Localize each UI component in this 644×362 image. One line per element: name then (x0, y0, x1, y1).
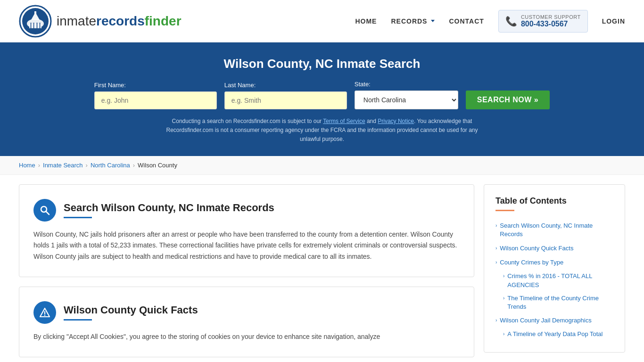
logo-text-end: finder (145, 14, 182, 28)
logo[interactable]: inmaterecordsfinder (19, 5, 182, 38)
alert-icon (39, 307, 50, 318)
svg-rect-9 (39, 23, 41, 28)
section2-header: Wilson County Quick Facts (33, 301, 460, 324)
svg-point-15 (44, 315, 45, 316)
state-group: State: North Carolina (355, 81, 458, 109)
toc-sub-item-2-label: The Timeline of the County Crime Trends (507, 294, 613, 311)
hero-title: Wilson County, NC Inmate Search (19, 57, 625, 71)
toc-underline (495, 210, 514, 211)
breadcrumb-state[interactable]: North Carolina (91, 162, 130, 169)
section2-body: By clicking "Accept All Cookies", you ag… (33, 331, 460, 343)
toc-title: Table of Contents (495, 196, 613, 206)
toc-chevron-4: › (495, 317, 497, 324)
toc-sub-item-3-label: A Timeline of Yearly Data Pop Total (507, 330, 603, 338)
toc-sub-item-1[interactable]: › Crimes % in 2016 - TOTAL ALL AGENCIES (495, 270, 613, 291)
toc-chevron-3: › (495, 259, 497, 266)
svg-rect-7 (33, 23, 34, 28)
hero-disclaimer: Conducting a search on Recordsfinder.com… (157, 117, 487, 144)
search-icon-circle (33, 199, 56, 222)
breadcrumb-inmate-search[interactable]: Inmate Search (43, 162, 83, 169)
toc-item-2[interactable]: › Wilson County Quick Facts (495, 241, 613, 255)
last-name-label: Last Name: (224, 82, 256, 89)
sidebar: Table of Contents › Search Wilson County… (484, 184, 625, 362)
svg-rect-5 (34, 11, 36, 14)
nav-records-label: RECORDS (391, 17, 427, 25)
tos-link[interactable]: Terms of Service (323, 118, 365, 124)
toc-item-3[interactable]: › County Crimes by Type (495, 255, 613, 270)
toc-sub-item-2[interactable]: › The Timeline of the County Crime Trend… (495, 292, 613, 313)
support-label: CUSTOMER SUPPORT (521, 14, 581, 20)
toc-sub-chevron-1: › (503, 273, 504, 280)
login-button[interactable]: LOGIN (602, 17, 625, 25)
main-nav: HOME RECORDS CONTACT 📞 CUSTOMER SUPPORT … (355, 10, 625, 33)
breadcrumb: Home › Inmate Search › North Carolina › … (0, 156, 644, 175)
last-name-group: Last Name: (224, 82, 347, 109)
search-button[interactable]: SEARCH NOW » (466, 90, 550, 109)
toc-chevron-1: › (495, 222, 497, 229)
toc-sub-item-1-label: Crimes % in 2016 - TOTAL ALL AGENCIES (507, 272, 613, 289)
alert-icon-circle (33, 301, 56, 324)
logo-icon (19, 5, 52, 38)
nav-records[interactable]: RECORDS (391, 17, 435, 25)
section2-title: Wilson County Quick Facts (64, 304, 198, 316)
section1-title: Search Wilson County, NC Inmate Records (64, 202, 274, 214)
toc-sub-chevron-2: › (503, 295, 504, 302)
breadcrumb-home[interactable]: Home (19, 162, 35, 169)
first-name-group: First Name: (94, 82, 217, 109)
svg-rect-6 (30, 23, 32, 28)
toc-item-1-label: Search Wilson County, NC Inmate Records (500, 222, 613, 239)
toc-sub-item-3[interactable]: › A Timeline of Yearly Data Pop Total (495, 328, 613, 341)
first-name-input[interactable] (94, 91, 217, 109)
toc-item-2-label: Wilson County Quick Facts (500, 244, 573, 253)
section1-underline (64, 217, 92, 218)
toc-item-1[interactable]: › Search Wilson County, NC Inmate Record… (495, 219, 613, 241)
toc-item-4[interactable]: › Wilson County Jail Demographics (495, 313, 613, 328)
breadcrumb-sep-2: › (86, 162, 88, 169)
content-left: Search Wilson County, NC Inmate Records … (19, 184, 474, 362)
section1-body: Wilson County, NC jails hold prisoners a… (33, 229, 460, 263)
support-number: 800-433-0567 (521, 20, 581, 28)
nav-home[interactable]: HOME (355, 17, 377, 25)
state-select[interactable]: North Carolina (355, 90, 458, 109)
quick-facts-section: Wilson County Quick Facts By clicking "A… (19, 287, 474, 357)
toc-box: Table of Contents › Search Wilson County… (484, 184, 625, 353)
support-box[interactable]: 📞 CUSTOMER SUPPORT 800-433-0567 (498, 10, 588, 33)
search-icon (39, 205, 50, 216)
state-label: State: (355, 81, 371, 88)
svg-line-12 (46, 211, 50, 214)
breadcrumb-sep-1: › (38, 162, 40, 169)
inmate-records-section: Search Wilson County, NC Inmate Records … (19, 184, 474, 277)
logo-text-mid: records (96, 14, 145, 28)
main-content: Search Wilson County, NC Inmate Records … (0, 175, 644, 362)
privacy-link[interactable]: Privacy Notice (378, 118, 414, 124)
toc-sub-chevron-3: › (503, 331, 504, 337)
svg-rect-10 (28, 28, 42, 30)
toc-item-3-label: County Crimes by Type (500, 258, 563, 267)
toc-item-4-label: Wilson County Jail Demographics (500, 316, 591, 325)
site-header: inmaterecordsfinder HOME RECORDS CONTACT… (0, 0, 644, 42)
breadcrumb-sep-3: › (133, 162, 135, 169)
svg-rect-8 (36, 23, 38, 28)
section1-header: Search Wilson County, NC Inmate Records (33, 199, 460, 222)
last-name-input[interactable] (224, 91, 347, 109)
section2-underline (64, 319, 92, 321)
logo-text-start: inmate (57, 14, 96, 28)
phone-icon: 📞 (505, 16, 517, 27)
nav-contact[interactable]: CONTACT (449, 17, 484, 25)
search-form: First Name: Last Name: State: North Caro… (19, 81, 625, 109)
first-name-label: First Name: (94, 82, 126, 89)
hero-section: Wilson County, NC Inmate Search First Na… (0, 42, 644, 156)
toc-chevron-2: › (495, 245, 497, 252)
breadcrumb-current: Wilson County (138, 162, 177, 169)
records-dropdown-icon (431, 20, 435, 22)
